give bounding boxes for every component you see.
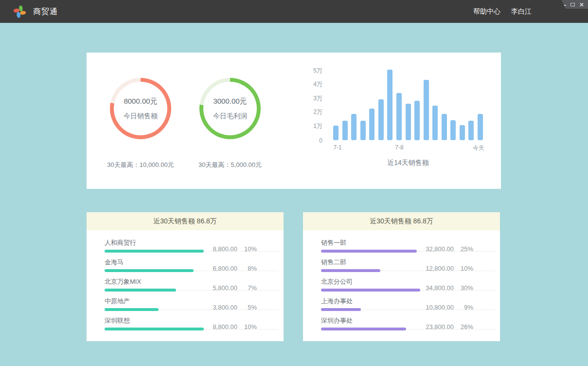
sales-row: 销售二部12,800.0010% — [321, 256, 495, 276]
today-sales-value: 8000.00元 — [124, 97, 157, 106]
row-amount: 6,800.00 — [189, 265, 237, 272]
today-profit-donut: 3000.00元 今日毛利润 — [199, 78, 261, 139]
today-sales-donut: 8000.00元 今日销售额 — [110, 78, 171, 139]
sales-row: 深圳联想8,800.0010% — [105, 315, 279, 334]
row-value: 32,800.0025% — [405, 245, 473, 253]
row-amount: 8,800.00 — [189, 245, 237, 253]
progress-bar — [105, 269, 194, 272]
bar-chart-y-axis: 5万4万3万2万1万0 — [303, 67, 322, 140]
row-value: 3,800.005% — [189, 304, 257, 311]
bar — [369, 109, 374, 141]
sales-row: 北京万象MIX5,800.007% — [105, 276, 279, 295]
row-amount: 3,800.00 — [189, 304, 237, 311]
row-percent: 26% — [454, 323, 473, 330]
row-percent: 10% — [237, 323, 257, 330]
y-tick-label: 2万 — [313, 108, 322, 116]
progress-bar — [321, 328, 406, 330]
bar — [424, 80, 429, 140]
row-value: 5,800.007% — [189, 284, 257, 292]
bar-chart-x-axis: 7-17-8今天 — [333, 144, 483, 152]
today-sales-caption: 今日销售额 — [124, 112, 158, 121]
bar — [360, 121, 366, 140]
row-percent: 30% — [454, 284, 473, 292]
bar — [333, 126, 339, 140]
sales-row: 北京分公司34,800.0030% — [321, 276, 495, 295]
progress-bar — [105, 289, 176, 292]
row-percent: 25% — [454, 245, 473, 253]
departments-card-title: 近30天销售额 86.8万 — [303, 212, 500, 230]
minimize-icon[interactable] — [562, 2, 566, 7]
row-percent: 10% — [454, 265, 473, 272]
bar — [342, 121, 348, 140]
bar — [414, 101, 420, 140]
titlebar: 商贸通 帮助中心 李白江 — [0, 0, 588, 23]
x-tick-label: 7-8 — [380, 144, 419, 151]
today-profit-value: 3000.00元 — [213, 97, 247, 106]
row-value: 23,800.0026% — [405, 323, 473, 330]
progress-bar — [321, 250, 417, 253]
y-tick-label: 3万 — [313, 94, 322, 103]
row-percent: 5% — [237, 304, 257, 311]
app-title: 商贸通 — [33, 0, 58, 23]
today-profit-30d-max: 30天最高：5,000.00元 — [181, 161, 279, 169]
row-amount: 10,800.00 — [405, 304, 454, 311]
progress-bar — [321, 269, 380, 272]
row-percent: 10% — [237, 245, 257, 253]
customers-card-title: 近30天销售额 86.8万 — [87, 212, 284, 230]
row-value: 6,800.008% — [189, 265, 257, 272]
progress-bar — [105, 308, 159, 311]
departments-rows: 销售一部32,800.0025%销售二部12,800.0010%北京分公司34,… — [303, 230, 500, 334]
bar — [406, 104, 411, 141]
row-amount: 8,800.00 — [189, 323, 237, 330]
bar — [478, 114, 483, 140]
bar-chart-title: 近14天销售额 — [333, 159, 483, 167]
row-amount: 5,800.00 — [189, 284, 237, 292]
row-value: 34,800.0030% — [405, 284, 473, 292]
window-controls — [558, 0, 588, 9]
bar-chart-series — [333, 67, 483, 140]
row-percent: 8% — [237, 265, 257, 272]
x-tick-label: 7-1 — [318, 144, 357, 151]
row-value: 10,800.009% — [405, 304, 473, 311]
today-sales-30d-max: 30天最高：10,000.00元 — [92, 161, 189, 169]
sales-row: 人和商贸行8,800.0010% — [105, 237, 279, 256]
row-value: 8,800.0010% — [189, 245, 257, 253]
customers-rows: 人和商贸行8,800.0010%金海马6,800.008%北京万象MIX5,80… — [87, 230, 284, 334]
progress-bar — [321, 308, 361, 311]
bar — [378, 99, 384, 140]
close-icon[interactable] — [579, 2, 584, 7]
row-amount: 12,800.00 — [405, 265, 454, 272]
bar — [396, 93, 402, 140]
y-tick-label: 4万 — [313, 80, 322, 89]
username-menu[interactable]: 李白江 — [511, 7, 532, 16]
sales-row: 金海马6,800.008% — [105, 256, 279, 276]
bar — [387, 70, 392, 140]
bar — [442, 114, 447, 140]
bar — [351, 114, 356, 140]
row-amount: 23,800.00 — [405, 323, 454, 330]
row-amount: 32,800.00 — [405, 245, 454, 253]
sales-row: 上海办事处10,800.009% — [321, 295, 495, 315]
y-tick-label: 1万 — [313, 122, 322, 130]
x-tick-label: 今天 — [459, 144, 498, 152]
customers-sales-card: 近30天销售额 86.8万 人和商贸行8,800.0010%金海马6,800.0… — [87, 212, 284, 341]
overview-card: 8000.00元 今日销售额 30天最高：10,000.00元 3000.00元… — [87, 53, 501, 189]
row-value: 12,800.0010% — [405, 265, 473, 272]
sales-row: 中原地产3,800.005% — [105, 295, 279, 315]
bar — [468, 121, 474, 140]
today-profit-caption: 今日毛利润 — [213, 112, 247, 121]
y-tick-label: 5万 — [313, 67, 322, 75]
bar — [450, 120, 456, 140]
help-center-link[interactable]: 帮助中心 — [473, 7, 500, 16]
departments-sales-card: 近30天销售额 86.8万 销售一部32,800.0025%销售二部12,800… — [303, 212, 500, 341]
row-value: 8,800.0010% — [189, 323, 257, 330]
row-percent: 7% — [237, 284, 257, 292]
row-percent: 9% — [454, 304, 473, 311]
row-amount: 34,800.00 — [405, 284, 454, 292]
bar — [460, 125, 465, 140]
sales-row: 深圳办事处23,800.0026% — [321, 315, 495, 334]
sales-row: 销售一部32,800.0025% — [321, 237, 495, 256]
y-tick-label: 0 — [319, 137, 322, 144]
maximize-icon[interactable] — [570, 2, 575, 7]
bar — [432, 106, 438, 140]
